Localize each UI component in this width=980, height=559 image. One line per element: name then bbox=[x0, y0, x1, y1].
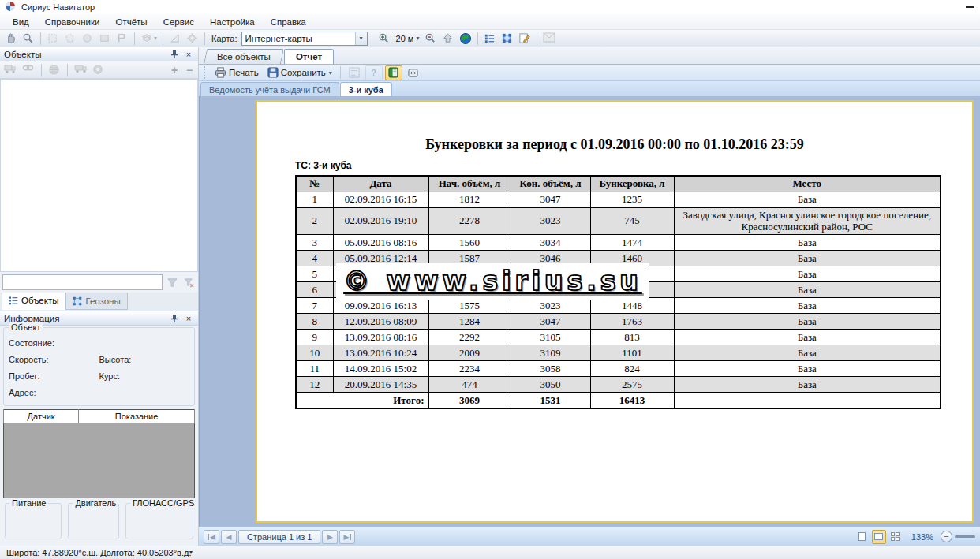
table-row: 11 14.09.2016 15:02 2234 3058 824 База bbox=[296, 361, 941, 377]
select-polygon-icon[interactable] bbox=[62, 31, 78, 47]
cell-date: 13.09.2016 08:16 bbox=[333, 330, 428, 345]
table-row: 2 02.09.2016 19:10 2278 3023 745 Заводск… bbox=[296, 207, 941, 235]
save-dropdown-arrow[interactable]: ▾ bbox=[329, 69, 332, 76]
cell-place: База bbox=[674, 266, 941, 282]
zoom-slider[interactable] bbox=[955, 535, 975, 538]
tab-geozones[interactable]: Геозоны bbox=[65, 293, 127, 310]
save-button[interactable]: Сохранить ▾ bbox=[264, 65, 335, 80]
page-width-button[interactable] bbox=[405, 65, 422, 80]
map-select-arrow-icon[interactable]: ▾ bbox=[355, 32, 367, 45]
tab-fuel-sheet[interactable]: Ведомость учёта выдачи ГСМ bbox=[200, 82, 339, 96]
apply-filter-icon[interactable] bbox=[165, 275, 179, 289]
gps-indicator-group: ГЛОНАСС/GPS bbox=[125, 503, 193, 539]
objects-panel-title: Объекты bbox=[4, 50, 166, 59]
ruler-icon[interactable] bbox=[167, 31, 183, 47]
report-viewport[interactable]: Бункеровки за период с 01.09.2016 00:00 … bbox=[199, 96, 980, 527]
objects-panel-header: Объекты × bbox=[0, 47, 198, 61]
tab-fuel-sheet-label: Ведомость учёта выдачи ГСМ bbox=[209, 85, 331, 95]
cell-date: 13.09.2016 10:24 bbox=[333, 345, 428, 361]
info-panel-body: Объект Состояние: Скорость: Высота: Проб… bbox=[0, 326, 198, 408]
map-select[interactable]: Интернет-карты ▾ bbox=[241, 32, 368, 46]
select-rect-icon[interactable] bbox=[45, 31, 61, 47]
object-list-icon[interactable] bbox=[482, 31, 498, 47]
first-page-button[interactable]: ◀ bbox=[204, 530, 219, 544]
globe-icon[interactable] bbox=[458, 31, 473, 47]
menu-item[interactable]: Сервис bbox=[155, 16, 202, 28]
pin-icon[interactable] bbox=[169, 313, 180, 324]
geozones-tab-icon bbox=[73, 296, 82, 306]
clear-filter-icon[interactable] bbox=[181, 275, 196, 289]
total-end-volume: 1531 bbox=[511, 393, 590, 408]
menu-item[interactable]: Настройка bbox=[202, 16, 263, 28]
sensor-column-header[interactable]: Показание bbox=[79, 410, 195, 423]
pin-icon[interactable] bbox=[169, 49, 180, 60]
tab-objects[interactable]: Объекты bbox=[2, 293, 65, 310]
multi-page-view-button[interactable] bbox=[888, 530, 903, 544]
last-page-button[interactable]: ▶ bbox=[339, 530, 355, 544]
address-label: Адрес: bbox=[9, 388, 99, 397]
circle-tool-icon[interactable] bbox=[80, 31, 95, 47]
report-table-header-row: №ДатаНач. объём, лКон. объём, лБункеровк… bbox=[296, 176, 941, 192]
zoom-in-icon[interactable] bbox=[376, 31, 392, 47]
show-all-map-icon[interactable] bbox=[47, 62, 62, 78]
rect-tool-icon[interactable] bbox=[97, 31, 113, 47]
total-bunkering: 16413 bbox=[590, 393, 674, 408]
cell-start-volume: 2234 bbox=[428, 361, 511, 377]
geozone-icon[interactable] bbox=[499, 31, 515, 47]
edit-note-icon[interactable] bbox=[517, 31, 533, 47]
single-page-view-button[interactable] bbox=[855, 530, 870, 544]
collapse-all-icon[interactable]: − bbox=[183, 64, 196, 76]
menu-item[interactable]: Отчёты bbox=[107, 16, 155, 28]
objects-list[interactable] bbox=[0, 79, 198, 272]
next-page-button[interactable]: ▶ bbox=[322, 530, 338, 544]
speed-label: Скорость: bbox=[9, 355, 99, 364]
pan-hand-icon[interactable] bbox=[3, 31, 19, 47]
report-bottom-bar: ◀ ◀ Страница 1 из 1 ▶ ▶ 133% − bbox=[199, 527, 980, 546]
cell-date: 14.09.2016 15:02 bbox=[333, 361, 428, 377]
expand-all-icon[interactable]: + bbox=[168, 64, 181, 76]
track-vehicle-icon[interactable] bbox=[73, 62, 88, 78]
menu-item[interactable]: Справка bbox=[263, 16, 314, 28]
tab-3-kuba[interactable]: 3-и куба bbox=[340, 82, 392, 96]
settings-gear-icon[interactable] bbox=[185, 31, 200, 47]
add-vehicle-icon[interactable] bbox=[2, 62, 18, 78]
mail-icon[interactable] bbox=[541, 31, 557, 47]
tab-all-objects[interactable]: Все объекты bbox=[204, 49, 284, 64]
cell-start-volume: 1575 bbox=[428, 298, 511, 314]
layers-icon[interactable]: ▾ bbox=[139, 31, 159, 47]
cell-number: 1 bbox=[296, 192, 333, 207]
status-dropdown-arrow[interactable]: ▾ bbox=[189, 549, 193, 556]
zoom-select-icon[interactable] bbox=[21, 31, 36, 47]
fit-width-view-button[interactable] bbox=[872, 530, 886, 544]
page-view-button[interactable] bbox=[385, 65, 402, 80]
close-icon[interactable]: × bbox=[183, 49, 194, 60]
close-icon[interactable]: × bbox=[183, 313, 194, 324]
zoom-out-icon[interactable] bbox=[423, 31, 439, 47]
prev-page-button[interactable]: ◀ bbox=[221, 530, 237, 544]
cell-number: 12 bbox=[296, 377, 333, 393]
objects-tab-list-icon bbox=[9, 296, 18, 305]
report-help-icon[interactable]: ? bbox=[365, 65, 383, 80]
cell-number: 8 bbox=[296, 314, 333, 330]
menu-item[interactable]: Справочники bbox=[37, 16, 108, 28]
cell-place: База bbox=[674, 330, 941, 345]
menu-item[interactable]: Вид bbox=[5, 16, 37, 28]
gps-label: ГЛОНАСС/GPS bbox=[130, 498, 196, 508]
report-settings-icon[interactable] bbox=[346, 65, 363, 80]
route-tool-icon[interactable] bbox=[114, 31, 130, 47]
filter-input[interactable] bbox=[2, 274, 163, 290]
height-label: Высота: bbox=[99, 355, 190, 364]
tab-report[interactable]: Отчет bbox=[284, 49, 334, 64]
sensor-column-header[interactable]: Датчик bbox=[4, 410, 79, 423]
totals-place-empty bbox=[674, 393, 941, 408]
scale-select[interactable]: 20 м ▾ bbox=[394, 31, 422, 47]
locate-object-icon[interactable] bbox=[91, 62, 107, 78]
home-view-icon[interactable] bbox=[440, 31, 456, 47]
link-objects-icon[interactable] bbox=[21, 62, 36, 78]
zoom-out-button[interactable]: − bbox=[941, 531, 952, 542]
cell-date: 20.09.2016 14:35 bbox=[333, 377, 428, 393]
cell-place: База bbox=[674, 345, 941, 361]
minimize-button[interactable] bbox=[964, 2, 975, 12]
print-button[interactable]: Печать bbox=[211, 65, 262, 80]
map-select-value: Интернет-карты bbox=[242, 34, 355, 43]
